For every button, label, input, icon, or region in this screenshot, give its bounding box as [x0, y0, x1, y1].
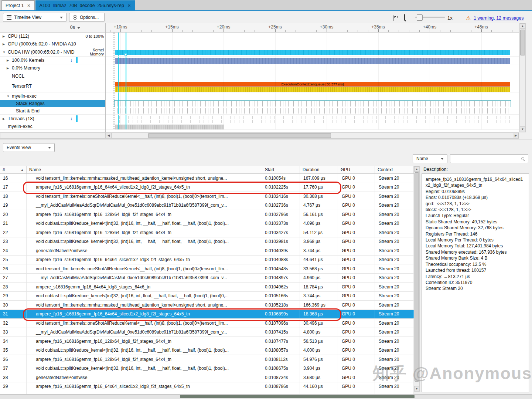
table-row[interactable]: 19__myl_AddCasMulMeaAddSqrDivMulCasMul_0…: [0, 201, 414, 210]
timeline-vscrollbar[interactable]: ▲ ▼: [519, 23, 526, 132]
sidebar-item-cpu-112-[interactable]: ▶CPU (112)0 to 100%: [0, 33, 105, 40]
column-header-context[interactable]: Context: [375, 166, 414, 173]
event-search-input[interactable]: [450, 154, 528, 163]
close-icon[interactable]: ✕: [27, 3, 30, 8]
cell-duration: 44.160 µs: [300, 382, 338, 391]
table-row[interactable]: 25ampere_fp16_s16816gemm_fp16_64x64_slic…: [0, 256, 414, 265]
table-row[interactable]: 35void cublasLt::splitKreduce_kernel<(in…: [0, 346, 414, 355]
table-row[interactable]: 23void cublasLt::splitKreduce_kernel<(in…: [0, 237, 414, 247]
chevron-collapsed-icon[interactable]: ▶: [3, 35, 5, 38]
cell-start: 0.0104897s: [262, 274, 300, 283]
table-row[interactable]: 22ampere_fp16_s16816gemm_fp16_128x64_ldg…: [0, 228, 414, 237]
column-header-start[interactable]: Start: [262, 166, 300, 173]
tab-project-1[interactable]: Project 1✕: [1, 0, 35, 10]
sidebar-item-start-end[interactable]: Start & End: [0, 107, 105, 115]
scroll-up-icon[interactable]: ▲: [414, 166, 419, 172]
pin-row-icon[interactable]: ↓: [70, 58, 72, 63]
scroll-left-icon[interactable]: ◀: [106, 133, 112, 138]
table-row[interactable]: 31ampere_fp16_s16816gemm_fp16_64x64_slic…: [0, 310, 414, 319]
description-line: Correlation ID: 3511970: [426, 280, 525, 285]
tab-a100-llama2-70b-decode-256-nsys-rep[interactable]: A100_llama2_70B_decode_256.nsys-rep✕: [35, 0, 135, 10]
chevron-collapsed-icon[interactable]: ▶: [3, 117, 5, 121]
table-row[interactable]: 28ampere_s16816gemm_fp16_64x64_ldg8_stag…: [0, 283, 414, 292]
table-row[interactable]: 33__myl_AddCasMulMeaAddSqrDivMulCasMul_0…: [0, 328, 414, 337]
chevron-collapsed-icon[interactable]: ▶: [3, 43, 5, 46]
sidebar-item-nccl[interactable]: NCCL: [0, 72, 105, 80]
column-header-label: #: [3, 167, 5, 172]
table-row[interactable]: 32void tensorrt_llm::kernels::oneShotAll…: [0, 319, 414, 328]
scroll-up-icon[interactable]: ▲: [520, 23, 525, 29]
timeline-hscrollbar[interactable]: ◀ ▶: [105, 132, 519, 139]
options-button[interactable]: Options...: [69, 13, 105, 22]
table-row[interactable]: 20ampere_fp16_s16816gemm_fp16_128x64_ldg…: [0, 210, 414, 219]
column-header-duration[interactable]: Duration: [300, 166, 338, 173]
scroll-right-icon[interactable]: ▶: [513, 133, 519, 138]
ruler-origin-label[interactable]: 0s: [70, 25, 75, 30]
table-row[interactable]: 21void cublasLt::splitKreduce_kernel<(in…: [0, 219, 414, 229]
cell-gpu: GPU 0: [338, 210, 375, 219]
table-row[interactable]: 24generatedNativePointwise0.0104039s3.74…: [0, 246, 414, 256]
timeline-view-selector[interactable]: Timeline View: [3, 13, 66, 22]
pin-row-icon[interactable]: ↓: [70, 116, 72, 121]
table-row[interactable]: 27__myl_AddCasMulMeaAddSqrDivMulCasMul_0…: [0, 274, 414, 283]
cell-duration: 54.976 µs: [300, 355, 338, 364]
table-row[interactable]: 34ampere_fp16_s16816gemm_fp16_128x64_ldg…: [0, 337, 414, 346]
chevron-collapsed-icon[interactable]: ▶: [7, 67, 9, 70]
timeline-chart[interactable]: ExecutionContext::enqueue [38.377 ms]: [105, 33, 519, 132]
cell-start: 0.0102796s: [262, 210, 300, 219]
events-vscrollbar[interactable]: ▲ ▼: [414, 166, 420, 392]
sidebar-item-stack-ranges[interactable]: Stack Ranges: [0, 100, 105, 107]
table-row[interactable]: 39ampere_fp16_s16816gemm_fp16_64x64_slic…: [0, 382, 414, 392]
timeline-row-tree: ▶CPU (112)0 to 100%▶GPU (0000:6b:02.0 - …: [0, 33, 105, 132]
ruler-minor-tick: [368, 30, 368, 32]
table-row[interactable]: 17ampere_fp16_s16816gemm_fp16_64x64_slic…: [0, 183, 414, 192]
sidebar-item-0-0-memory[interactable]: ▶0.0% Memory: [0, 64, 105, 72]
cell-duration: 3.968 µs: [300, 237, 338, 246]
scroll-down-icon[interactable]: ▼: [520, 126, 525, 132]
table-row[interactable]: 38generatedNativePointwise0.0108734s3.68…: [0, 373, 414, 382]
tab-label: Project 1: [6, 3, 24, 8]
zoom-slider-thumb[interactable]: [417, 14, 423, 21]
table-row[interactable]: 30void tensorrt_llm::kernels::mmha::mask…: [0, 301, 414, 310]
scroll-down-icon[interactable]: ▼: [414, 386, 419, 391]
column-header-gpu[interactable]: GPU: [338, 166, 375, 173]
events-vscroll-thumb[interactable]: [415, 172, 419, 382]
sidebar-item-gpu-0000-6b-02-0-nvidia-a10[interactable]: ▶GPU (0000:6b:02.0 - NVIDIA A10: [0, 40, 105, 48]
cell-duration: 4.096 µs: [300, 219, 338, 228]
chevron-expanded-icon[interactable]: ▼: [3, 51, 6, 54]
cell-start: 0.0105166s: [262, 292, 300, 301]
close-icon[interactable]: ✕: [127, 3, 131, 8]
chart-row: [106, 115, 519, 123]
table-row[interactable]: 29void cublasLt::splitKreduce_kernel<(in…: [0, 292, 414, 301]
filter-field-selector[interactable]: Name: [413, 154, 447, 163]
hscroll-thumb[interactable]: [148, 133, 331, 138]
sidebar-item-cuda-hw-0000-65-02-0-nvid[interactable]: ▼CUDA HW (0000:65:02.0 - NVIDKernelMemor…: [0, 48, 105, 57]
cell-context: Stream 20: [375, 310, 414, 319]
cell-duration: 166.369 µs: [300, 301, 338, 310]
chevron-expanded-icon[interactable]: ▼: [7, 95, 10, 98]
table-row[interactable]: 26void tensorrt_llm::kernels::oneShotAll…: [0, 264, 414, 274]
sidebar-item-threads-18-[interactable]: ▶Threads (18)↓: [0, 115, 105, 123]
sidebar-item-myelin-exec[interactable]: ▼myelin-exec: [0, 92, 105, 100]
table-row[interactable]: 36ampere_fp16_s16816gemm_fp16_128x64_ldg…: [0, 355, 414, 364]
sidebar-item-myelin-exec[interactable]: myelin-exec: [0, 123, 105, 130]
table-row[interactable]: 37void cublasLt::splitKreduce_kernel<(in…: [0, 364, 414, 373]
zoom-out-icon[interactable]: [404, 14, 405, 21]
column-header-name[interactable]: Name: [27, 166, 262, 173]
cell-name: __myl_AddCasMulMeaAddSqrDivMulCasMul_0xe…: [27, 328, 262, 337]
table-row[interactable]: 16void tensorrt_llm::kernels::mmha::mask…: [0, 174, 414, 183]
chevron-collapsed-icon[interactable]: ▶: [7, 59, 9, 62]
keyboard-shortcuts-icon[interactable]: [393, 15, 393, 21]
column-header-num[interactable]: #▲: [0, 166, 27, 173]
vscroll-thumb[interactable]: [520, 30, 525, 55]
warnings-link[interactable]: 1 warning, 12 messages: [474, 16, 524, 21]
sidebar-item-100-0-kernels[interactable]: ▶100.0% Kernels↓: [0, 57, 105, 64]
table-row[interactable]: 18void tensorrt_llm::kernels::oneShotAll…: [0, 192, 414, 201]
ruler-tick-label: +15ms: [165, 24, 178, 30]
cell-context: Stream 20: [375, 264, 414, 273]
events-table-header[interactable]: #▲NameStartDurationGPUContext: [0, 166, 414, 174]
events-view-selector[interactable]: Events View: [3, 143, 55, 152]
events-hscroll-thumb[interactable]: [180, 395, 415, 398]
sidebar-item-tensorrt[interactable]: TensorRT: [0, 80, 105, 92]
timeline-ruler[interactable]: +10ms+15ms+20ms+25ms+30ms+35ms+40ms+45ms: [105, 23, 519, 33]
